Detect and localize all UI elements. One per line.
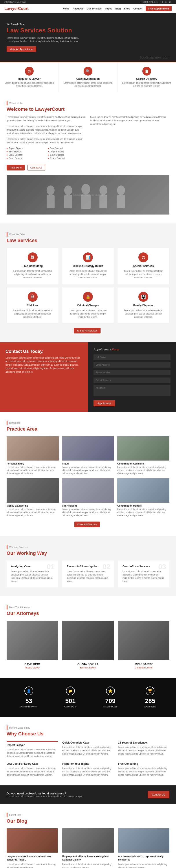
services-label-text: What We Offer [9,233,25,236]
nav-about[interactable]: About Us [73,7,83,10]
practice-card-4: Car Accident Lorem ipsum dolor sit amet … [62,478,114,517]
practice-card-5: Construction Matters Lorem ipsum dolor s… [117,478,169,517]
form-title-accent: Form [112,348,119,351]
attorney-name-2: RICK BARRY [118,662,169,666]
practice-label: Reference [7,421,169,425]
blog-section: Latest Blog Our Blog Lawyer who asked wo… [0,804,176,868]
choose-grid: Expert Lawyer Lorem ipsum dolor sit amet… [7,741,169,777]
attorney-photo-0 [7,621,58,660]
service-desc-4: Lorem ipsum dolor sit amet consectetur a… [67,309,110,319]
blog-title-start: Our [7,818,16,824]
contact-us-button[interactable]: Contact Us [27,165,45,170]
appointment-button[interactable]: Free Appointment [146,6,172,11]
service-desc-0: Lorem ipsum dolor sit amet consectetur a… [11,269,54,279]
choose-item-desc-5: Lorem ipsum dolor sit amet consectetur a… [118,767,169,777]
welcome-section: Welcome To Welcome to LawyerCourt Lorem … [0,92,176,223]
form-email-input[interactable] [94,362,171,368]
form-name-input[interactable] [94,354,171,360]
working-label-text: Working Process [9,546,28,549]
section-bar [7,605,7,610]
service-icon-1: 📊 [83,252,93,262]
request-lawyer-icon: ⚖ [25,67,34,75]
services-all-button[interactable]: To See All Services [74,328,101,334]
google-icon[interactable]: g+ [165,1,167,3]
blog-img-2 [118,828,169,852]
nav-pages[interactable]: Pages [105,7,112,10]
contact-left: Contact Us Today. Lorem ipsum dolor sit … [0,342,88,412]
practice-all-button[interactable]: Know All Direction [74,522,100,527]
service-card-4: 🔒 Criminal Charges Lorem ipsum dolor sit… [62,287,114,323]
top-bar-email: info@lawyercourt.com [4,1,26,3]
attorneys-label: Meet The Attorneys [7,605,169,610]
working-title-end: Way [37,550,47,556]
linkedin-icon[interactable]: in [169,1,171,3]
blog-grid: Lawyer who asked woman in head was censu… [7,828,169,868]
form-phone-input[interactable] [94,370,171,375]
blog-desc-0: Lorem ipsum dolor sit amet consectetur a… [7,863,58,868]
blog-card-2: Are lawyers allowed to represent family … [118,828,169,868]
form-message-textarea[interactable] [94,385,171,396]
practice-card-0: Personal Injury Lorem ipsum dolor sit am… [7,436,59,475]
nav-shop[interactable]: Shop [124,7,130,10]
practice-desc-0: Lorem ipsum dolor sit amet consectetur a… [7,466,59,475]
cta-button[interactable]: Contact Us [148,791,169,798]
hero-cta-button[interactable]: Make An Appointment [7,46,36,52]
welcome-title: Welcome to LawyerCourt [7,106,169,112]
header: LawyerCourt Home About Us Our Services P… [0,4,176,13]
service-desc-5: Lorem ipsum dolor sit amet consectetur a… [122,309,165,319]
nav-contact[interactable]: Contact [133,7,142,10]
choose-item-title-0: Expert Lawyer [7,744,58,747]
attorney-photo-2 [118,621,169,660]
choose-item-title-4: Fight For Your Rights [62,762,113,765]
blog-card-1: Employment tribunal hears case against N… [62,828,113,868]
blog-title-1: Employment tribunal hears case against N… [62,855,113,862]
practice-title-2: Construction Accidents [117,462,169,465]
stat-label-3: Award Wins [144,706,156,708]
nav-blog[interactable]: Blog [115,7,120,10]
section-bar [7,545,7,549]
practice-title-1: Fraud [62,462,114,465]
practice-title-4: Car Accident [62,504,114,507]
appointment-submit-button[interactable]: Appointment [94,400,115,406]
services-grid: 🏛 Free Consulting Lorem ipsum dolor sit … [7,248,169,323]
form-services-input[interactable] [94,377,171,383]
stat-icon-0: 👤 [25,686,33,695]
attorneys-title: Our Attorneys [7,611,169,616]
check-item: Expert Support [7,147,45,150]
practice-title: Practice Area [7,426,169,432]
check-item: Legal Support [7,153,45,157]
attorneys-title-accent: Attorneys [16,611,39,616]
welcome-left: Lorem Ipsum is simply dummy text of the … [7,116,86,170]
blog-card-0: Lawyer who asked woman in head was censu… [7,828,58,868]
svg-rect-9 [117,195,125,208]
choose-item-4: Fight For Your Rights Lorem ipsum dolor … [62,762,113,777]
service-icon-5: 👨‍👩‍👧 [138,292,148,302]
choose-label-text: Recent Case Study [9,726,30,729]
working-label: Working Process [7,545,169,549]
section-bar [7,813,7,817]
read-more-button[interactable]: Read More [7,165,25,170]
service-title-2: Special Services [122,265,165,268]
form-title: Appointment Form [94,348,171,351]
feature-case-investigation: 🔍 Case Investigation Lorem ipsum dolor s… [59,62,117,92]
practice-title-0: Personal Injury [7,462,59,465]
blog-label-text: Latest Blog [9,814,21,816]
service-card-1: 📊 Discuss Strategy Builds Lorem ipsum do… [62,248,114,284]
practice-grid: Personal Injury Lorem ipsum dolor sit am… [7,436,169,517]
top-bar: info@lawyercourt.com +1 (800) 123-4567 f… [0,0,176,4]
top-bar-phone: +1 (800) 123-4567 [140,1,159,3]
facebook-icon[interactable]: f [160,1,161,3]
service-title-0: Free Consulting [11,265,54,268]
svg-rect-3 [64,195,72,208]
blog-title: Our Blog [7,818,169,824]
svg-rect-1 [47,195,55,208]
blog-title-2: Are lawyers allowed to represent family … [118,855,169,862]
feature-desc-1: Lorem ipsum dolor sit amet consectetur a… [62,82,114,88]
logo[interactable]: LawyerCourt [4,6,29,11]
welcome-right-para: Lorem ipsum dolor sit amet consectetur a… [90,116,169,126]
nav-services[interactable]: Our Services [87,7,102,10]
logo-accent: Court [18,6,29,11]
twitter-icon[interactable]: t [162,1,163,3]
nav-home[interactable]: Home [63,7,70,10]
choose-item-title-1: Quick Complete Case [62,741,113,744]
